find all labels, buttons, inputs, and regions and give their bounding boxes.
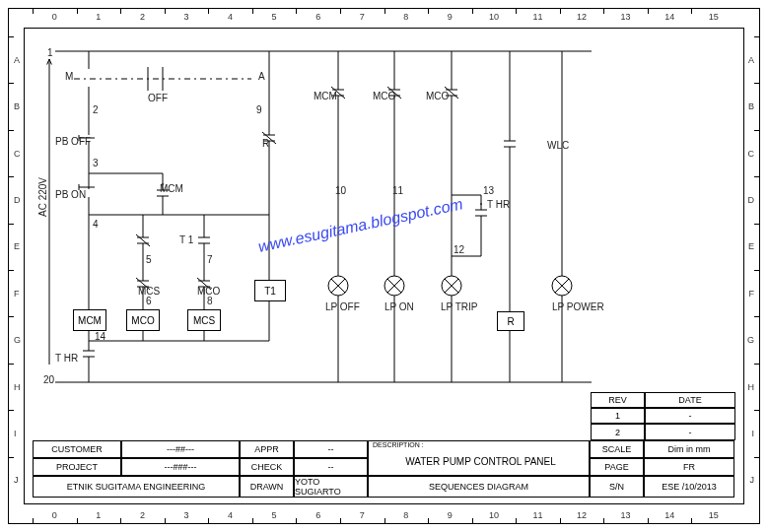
rev-table: REV DATE 1 - 2 - (591, 392, 735, 440)
coil-mcs-label: MCS (193, 315, 215, 326)
tb-project-l: PROJECT (33, 458, 121, 476)
date-2: - (645, 424, 735, 440)
tb-desc2: SEQUENCES DIAGRAM (368, 476, 590, 498)
date-h: DATE (645, 392, 735, 408)
label-mcm-c: MCM (160, 183, 183, 194)
drawing-sheet: 0011223344556677889910101111121213131414… (0, 0, 768, 532)
label-mco-t2: MCO (426, 91, 449, 101)
tb-desc-l: DESCRIPTION : (373, 441, 424, 448)
rev-1: 1 (591, 408, 645, 424)
tb-sn-v: ESE /10/2013 (644, 476, 734, 498)
coil-mcm-label: MCM (78, 315, 102, 326)
node-13: 13 (483, 185, 494, 196)
node-4: 4 (93, 219, 99, 230)
tb-sn-l: S/N (590, 476, 644, 498)
coil-r-label: R (507, 316, 514, 327)
rev-2: 2 (591, 424, 645, 440)
label-thr-t: T HR (487, 199, 510, 210)
tb-appr-l: APPR (240, 440, 294, 458)
node-3: 3 (93, 158, 99, 168)
lamp-lpon: LP ON (384, 301, 414, 312)
node-10: 10 (335, 185, 346, 196)
tb-check-v: -- (294, 458, 368, 476)
label-pbon: PB ON (55, 189, 86, 200)
label-a: A (258, 71, 265, 82)
label-mco-t1: MCO (373, 91, 395, 101)
titleblock: CUSTOMER ---##--- PROJECT ---###--- ETNI… (33, 440, 735, 501)
ac-bottom: 20 (43, 374, 54, 385)
tb-customer-v: ---##--- (121, 440, 240, 458)
lamp-lppower: LP POWER (552, 301, 604, 312)
tb-desc1: WATER PUMP CONTROL PANEL (405, 456, 556, 467)
coil-t1-label: T1 (264, 286, 276, 297)
coil-mco: MCO (126, 309, 160, 331)
node-12: 12 (454, 244, 464, 255)
coil-mcs: MCS (187, 309, 221, 331)
lamp-lptrip: LP TRIP (441, 301, 477, 312)
date-1: - (645, 408, 735, 424)
label-pboff: PB OFF (55, 136, 91, 147)
tb-appr-v: -- (294, 440, 368, 458)
node-11: 11 (392, 185, 403, 196)
label-wlc: WLC (547, 140, 569, 151)
coil-mcm: MCM (73, 309, 106, 331)
node-9: 9 (256, 104, 262, 115)
tb-page-l: PAGE (590, 458, 644, 476)
node-6: 6 (146, 296, 152, 306)
node-14: 14 (95, 331, 105, 342)
coil-mco-label: MCO (131, 315, 154, 326)
lamp-lpoff: LP OFF (325, 301, 360, 312)
tb-scale-l: SCALE (590, 440, 644, 458)
rev-h: REV (591, 392, 645, 408)
label-t1-c: T 1 (179, 234, 193, 245)
tb-desc: DESCRIPTION : WATER PUMP CONTROL PANEL (368, 440, 590, 476)
label-m: M (65, 71, 73, 82)
tb-drawn-v: YOTO SUGIARTO (294, 476, 368, 498)
tb-project-v: ---###--- (121, 458, 240, 476)
ac-label: AC 220V (37, 177, 48, 217)
tb-scale-v: Dim in mm (644, 440, 734, 458)
node-5: 5 (146, 254, 152, 265)
label-mcm-t: MCM (314, 91, 337, 101)
node-2: 2 (93, 104, 99, 115)
label-r: R (262, 138, 269, 149)
tb-check-l: CHECK (240, 458, 294, 476)
ac-top: 1 (47, 47, 53, 58)
tb-page-v: FR (644, 458, 734, 476)
tb-company: ETNIK SUGITAMA ENGINEERING (33, 476, 240, 498)
coil-r: R (497, 311, 524, 331)
tb-customer-l: CUSTOMER (33, 440, 121, 458)
label-off: OFF (148, 93, 168, 103)
tb-drawn-l: DRAWN (240, 476, 294, 498)
label-thr: T HR (55, 353, 78, 364)
coil-t1: T1 (254, 280, 286, 301)
node-7: 7 (207, 254, 213, 265)
node-8: 8 (207, 296, 213, 306)
